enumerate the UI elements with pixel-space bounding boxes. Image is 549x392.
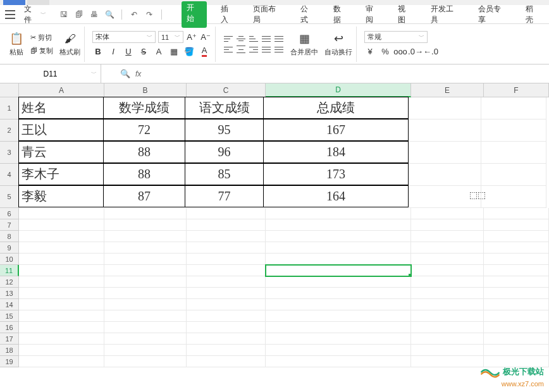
- cell[interactable]: [411, 299, 484, 310]
- cell[interactable]: [187, 208, 266, 219]
- row-header[interactable]: 9: [0, 242, 19, 254]
- increase-font-button[interactable]: A⁺: [186, 31, 197, 42]
- cell[interactable]: [411, 265, 484, 276]
- cell[interactable]: [266, 345, 411, 356]
- cell[interactable]: [411, 219, 484, 231]
- cell[interactable]: [409, 97, 481, 119]
- underline-button[interactable]: U: [123, 46, 134, 57]
- column-header[interactable]: F: [484, 83, 549, 97]
- cut-button[interactable]: ✂ 剪切: [30, 33, 53, 42]
- print-icon[interactable]: 🖶: [89, 9, 99, 20]
- tab-home[interactable]: 开始: [182, 1, 206, 28]
- cell[interactable]: [266, 333, 411, 345]
- cell[interactable]: 164: [263, 185, 409, 207]
- cell[interactable]: [187, 333, 266, 345]
- cell[interactable]: [104, 219, 187, 231]
- row-header[interactable]: 12: [0, 276, 19, 288]
- indent-decrease-button[interactable]: [261, 34, 271, 43]
- wrap-text-button[interactable]: ↩ 自动换行: [324, 31, 352, 57]
- cell[interactable]: [266, 242, 411, 254]
- fx-label[interactable]: fx: [135, 70, 141, 78]
- cell[interactable]: [266, 208, 411, 219]
- cell[interactable]: [187, 310, 266, 322]
- cell[interactable]: 95: [185, 119, 264, 141]
- save-icon[interactable]: 🖫: [59, 9, 69, 20]
- cell[interactable]: [411, 276, 484, 288]
- name-box[interactable]: ﹀: [0, 64, 101, 83]
- formula-input[interactable]: [146, 69, 549, 78]
- row-header[interactable]: 16: [0, 322, 19, 333]
- font-name-select[interactable]: 宋体﹀: [92, 31, 156, 43]
- indent-increase-button[interactable]: [274, 34, 284, 43]
- cell[interactable]: [104, 231, 187, 242]
- cell[interactable]: [187, 322, 266, 333]
- increase-decimal-button[interactable]: .0→: [410, 46, 421, 57]
- cell[interactable]: 数学成绩: [103, 97, 185, 119]
- cell[interactable]: [19, 299, 104, 310]
- row-header[interactable]: 10: [0, 254, 19, 265]
- cell[interactable]: [19, 322, 104, 333]
- cell[interactable]: [19, 265, 104, 276]
- cell[interactable]: [187, 265, 266, 276]
- cell[interactable]: [481, 119, 546, 142]
- tab-review[interactable]: 审阅: [362, 1, 384, 28]
- cell[interactable]: [104, 254, 187, 265]
- cell[interactable]: [266, 310, 411, 322]
- cell[interactable]: [104, 276, 187, 288]
- file-menu[interactable]: 文件 ﹀: [24, 4, 47, 25]
- cell[interactable]: [484, 242, 549, 254]
- cell[interactable]: [19, 310, 104, 322]
- bold-button[interactable]: B: [92, 46, 104, 57]
- cell[interactable]: [266, 231, 411, 242]
- cell[interactable]: [484, 288, 549, 299]
- cell[interactable]: [484, 310, 549, 322]
- cell[interactable]: [409, 164, 481, 186]
- percent-button[interactable]: %: [379, 46, 391, 57]
- row-header[interactable]: 6: [0, 208, 19, 219]
- cell[interactable]: 王以: [18, 119, 104, 141]
- align-bottom-button[interactable]: [249, 34, 259, 43]
- cell[interactable]: [266, 276, 411, 288]
- cell[interactable]: [104, 265, 187, 276]
- cell[interactable]: [266, 322, 411, 333]
- name-box-input[interactable]: [19, 70, 82, 78]
- cell[interactable]: [481, 164, 546, 186]
- cell[interactable]: [266, 299, 411, 310]
- tab-member[interactable]: 会员专享: [474, 1, 512, 28]
- row-header[interactable]: 17: [0, 333, 19, 345]
- tab-page-layout[interactable]: 页面布局: [249, 1, 287, 28]
- column-header[interactable]: A: [19, 83, 104, 97]
- cell[interactable]: 青云: [18, 141, 104, 163]
- cell[interactable]: [19, 333, 104, 345]
- cell[interactable]: [481, 142, 546, 164]
- column-header[interactable]: C: [187, 83, 266, 97]
- cell[interactable]: [187, 276, 266, 288]
- cell[interactable]: [187, 219, 266, 231]
- align-left-button[interactable]: [223, 45, 233, 54]
- row-header[interactable]: 3: [0, 142, 19, 164]
- tab-data[interactable]: 数据: [330, 1, 352, 28]
- cell[interactable]: [104, 299, 187, 310]
- cell[interactable]: [104, 208, 187, 219]
- cell[interactable]: [187, 242, 266, 254]
- row-header[interactable]: 14: [0, 299, 19, 310]
- window-tab[interactable]: [3, 0, 25, 5]
- cell[interactable]: [411, 254, 484, 265]
- cell[interactable]: [104, 322, 187, 333]
- paste-button[interactable]: 📋 粘贴: [9, 31, 24, 57]
- cell[interactable]: [484, 322, 549, 333]
- redo-icon[interactable]: ↷: [144, 9, 154, 20]
- row-header[interactable]: 2: [0, 119, 19, 142]
- cell[interactable]: [481, 97, 546, 119]
- fill-color-button[interactable]: 🪣: [183, 46, 195, 57]
- cell[interactable]: [104, 310, 187, 322]
- decrease-decimal-button[interactable]: ←.0: [425, 46, 436, 57]
- row-header[interactable]: 13: [0, 288, 19, 299]
- cell[interactable]: [187, 254, 266, 265]
- cell[interactable]: [266, 254, 411, 265]
- cell[interactable]: [19, 288, 104, 299]
- cell[interactable]: [411, 356, 484, 367]
- cell[interactable]: [411, 310, 484, 322]
- align-middle-button[interactable]: [236, 34, 246, 43]
- font-color-button[interactable]: A: [199, 46, 210, 57]
